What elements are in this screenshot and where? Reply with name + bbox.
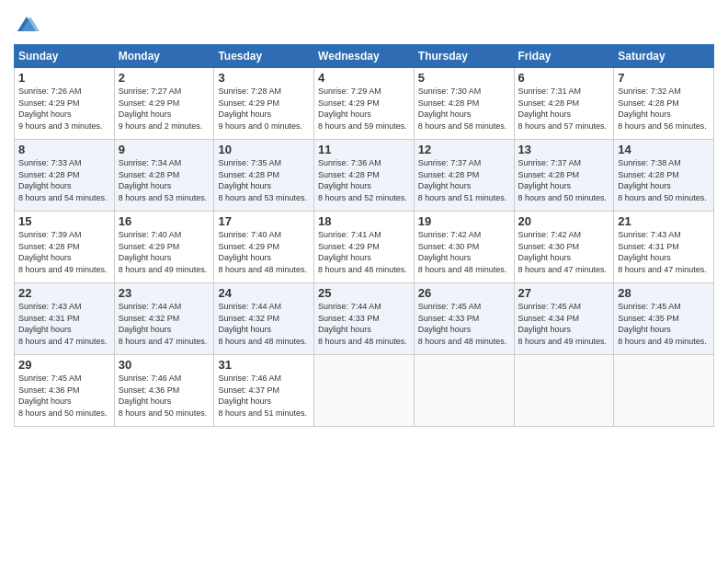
day-number: 1 [18, 71, 110, 85]
day-number: 22 [18, 286, 110, 300]
day-info: Sunrise: 7:39 AMSunset: 4:28 PMDaylight … [18, 229, 110, 275]
day-info: Sunrise: 7:32 AMSunset: 4:28 PMDaylight … [618, 86, 710, 132]
day-info: Sunrise: 7:37 AMSunset: 4:28 PMDaylight … [518, 157, 610, 203]
day-number: 5 [418, 71, 510, 85]
day-info: Sunrise: 7:45 AMSunset: 4:36 PMDaylight … [18, 373, 110, 419]
calendar-cell: 5Sunrise: 7:30 AMSunset: 4:28 PMDaylight… [414, 68, 514, 140]
calendar-cell: 29Sunrise: 7:45 AMSunset: 4:36 PMDayligh… [15, 355, 115, 427]
calendar-week-1: 1Sunrise: 7:26 AMSunset: 4:29 PMDaylight… [15, 68, 714, 140]
day-number: 15 [18, 214, 110, 228]
calendar-cell: 21Sunrise: 7:43 AMSunset: 4:31 PMDayligh… [614, 212, 714, 283]
day-info: Sunrise: 7:37 AMSunset: 4:28 PMDaylight … [418, 157, 510, 203]
day-info: Sunrise: 7:26 AMSunset: 4:29 PMDaylight … [18, 86, 110, 132]
day-info: Sunrise: 7:42 AMSunset: 4:30 PMDaylight … [518, 229, 610, 275]
day-number: 18 [318, 214, 410, 228]
day-info: Sunrise: 7:38 AMSunset: 4:28 PMDaylight … [618, 157, 710, 203]
calendar-cell: 8Sunrise: 7:33 AMSunset: 4:28 PMDaylight… [15, 140, 115, 212]
day-number: 9 [119, 143, 210, 156]
calendar-cell: 20Sunrise: 7:42 AMSunset: 4:30 PMDayligh… [514, 212, 614, 283]
calendar-header-saturday: Saturday [614, 45, 714, 68]
day-number: 13 [518, 143, 610, 156]
logo-icon [14, 13, 40, 39]
calendar-cell: 13Sunrise: 7:37 AMSunset: 4:28 PMDayligh… [514, 140, 614, 212]
calendar-cell: 10Sunrise: 7:35 AMSunset: 4:28 PMDayligh… [214, 140, 314, 212]
day-number: 23 [119, 286, 210, 300]
calendar-cell: 16Sunrise: 7:40 AMSunset: 4:29 PMDayligh… [114, 212, 214, 283]
calendar-cell: 4Sunrise: 7:29 AMSunset: 4:29 PMDaylight… [314, 68, 415, 140]
day-number: 6 [518, 71, 610, 85]
page-container: SundayMondayTuesdayWednesdayThursdayFrid… [0, 0, 728, 563]
day-number: 20 [518, 214, 610, 228]
day-info: Sunrise: 7:41 AMSunset: 4:29 PMDaylight … [318, 229, 410, 275]
day-number: 7 [618, 71, 710, 85]
calendar-cell: 3Sunrise: 7:28 AMSunset: 4:29 PMDaylight… [214, 68, 314, 140]
calendar-header-thursday: Thursday [414, 45, 514, 68]
day-info: Sunrise: 7:36 AMSunset: 4:28 PMDaylight … [318, 157, 410, 203]
day-number: 2 [119, 71, 210, 85]
day-info: Sunrise: 7:34 AMSunset: 4:28 PMDaylight … [119, 157, 210, 203]
day-number: 14 [618, 143, 710, 156]
calendar-cell: 1Sunrise: 7:26 AMSunset: 4:29 PMDaylight… [15, 68, 115, 140]
calendar-header-sunday: Sunday [15, 45, 115, 68]
calendar-header-row: SundayMondayTuesdayWednesdayThursdayFrid… [15, 45, 714, 68]
day-number: 19 [418, 214, 510, 228]
day-info: Sunrise: 7:43 AMSunset: 4:31 PMDaylight … [618, 229, 710, 275]
day-info: Sunrise: 7:40 AMSunset: 4:29 PMDaylight … [218, 229, 310, 275]
calendar-header-monday: Monday [114, 45, 214, 68]
calendar-cell: 30Sunrise: 7:46 AMSunset: 4:36 PMDayligh… [114, 355, 214, 427]
calendar-cell [514, 355, 614, 427]
calendar-cell: 14Sunrise: 7:38 AMSunset: 4:28 PMDayligh… [614, 140, 714, 212]
calendar-cell [614, 355, 714, 427]
day-number: 28 [618, 286, 710, 300]
day-info: Sunrise: 7:30 AMSunset: 4:28 PMDaylight … [418, 86, 510, 132]
calendar-week-4: 22Sunrise: 7:43 AMSunset: 4:31 PMDayligh… [15, 283, 714, 355]
day-info: Sunrise: 7:29 AMSunset: 4:29 PMDaylight … [318, 86, 410, 132]
calendar-cell [414, 355, 514, 427]
day-number: 16 [119, 214, 210, 228]
calendar-cell [314, 355, 415, 427]
day-number: 26 [418, 286, 510, 300]
calendar-cell: 23Sunrise: 7:44 AMSunset: 4:32 PMDayligh… [114, 283, 214, 355]
day-info: Sunrise: 7:46 AMSunset: 4:37 PMDaylight … [218, 373, 310, 419]
day-number: 21 [618, 214, 710, 228]
calendar-cell: 9Sunrise: 7:34 AMSunset: 4:28 PMDaylight… [114, 140, 214, 212]
calendar-cell: 22Sunrise: 7:43 AMSunset: 4:31 PMDayligh… [15, 283, 115, 355]
day-number: 29 [18, 358, 110, 372]
calendar-cell: 15Sunrise: 7:39 AMSunset: 4:28 PMDayligh… [15, 212, 115, 283]
calendar-cell: 2Sunrise: 7:27 AMSunset: 4:29 PMDaylight… [114, 68, 214, 140]
calendar-table: SundayMondayTuesdayWednesdayThursdayFrid… [14, 44, 714, 427]
calendar-header-tuesday: Tuesday [214, 45, 314, 68]
day-number: 3 [218, 71, 310, 85]
day-number: 24 [218, 286, 310, 300]
day-info: Sunrise: 7:45 AMSunset: 4:34 PMDaylight … [518, 301, 610, 347]
calendar-cell: 31Sunrise: 7:46 AMSunset: 4:37 PMDayligh… [214, 355, 314, 427]
day-info: Sunrise: 7:35 AMSunset: 4:28 PMDaylight … [218, 157, 310, 203]
day-info: Sunrise: 7:28 AMSunset: 4:29 PMDaylight … [218, 86, 310, 132]
calendar-header-friday: Friday [514, 45, 614, 68]
calendar-cell: 6Sunrise: 7:31 AMSunset: 4:28 PMDaylight… [514, 68, 614, 140]
day-number: 10 [218, 143, 310, 156]
day-info: Sunrise: 7:42 AMSunset: 4:30 PMDaylight … [418, 229, 510, 275]
calendar-cell: 12Sunrise: 7:37 AMSunset: 4:28 PMDayligh… [414, 140, 514, 212]
calendar-cell: 27Sunrise: 7:45 AMSunset: 4:34 PMDayligh… [514, 283, 614, 355]
day-number: 8 [18, 143, 110, 156]
day-info: Sunrise: 7:44 AMSunset: 4:32 PMDaylight … [119, 301, 210, 347]
calendar-week-3: 15Sunrise: 7:39 AMSunset: 4:28 PMDayligh… [15, 212, 714, 283]
calendar-cell: 28Sunrise: 7:45 AMSunset: 4:35 PMDayligh… [614, 283, 714, 355]
day-info: Sunrise: 7:45 AMSunset: 4:35 PMDaylight … [618, 301, 710, 347]
day-number: 30 [119, 358, 210, 372]
calendar-cell: 25Sunrise: 7:44 AMSunset: 4:33 PMDayligh… [314, 283, 415, 355]
logo [14, 13, 43, 39]
day-info: Sunrise: 7:44 AMSunset: 4:33 PMDaylight … [318, 301, 410, 347]
day-info: Sunrise: 7:31 AMSunset: 4:28 PMDaylight … [518, 86, 610, 132]
day-number: 11 [318, 143, 410, 156]
day-info: Sunrise: 7:33 AMSunset: 4:28 PMDaylight … [18, 157, 110, 203]
calendar-cell: 24Sunrise: 7:44 AMSunset: 4:32 PMDayligh… [214, 283, 314, 355]
calendar-cell: 18Sunrise: 7:41 AMSunset: 4:29 PMDayligh… [314, 212, 415, 283]
day-info: Sunrise: 7:40 AMSunset: 4:29 PMDaylight … [119, 229, 210, 275]
day-info: Sunrise: 7:46 AMSunset: 4:36 PMDaylight … [119, 373, 210, 419]
day-number: 17 [218, 214, 310, 228]
calendar-week-2: 8Sunrise: 7:33 AMSunset: 4:28 PMDaylight… [15, 140, 714, 212]
day-number: 25 [318, 286, 410, 300]
header [14, 9, 714, 39]
